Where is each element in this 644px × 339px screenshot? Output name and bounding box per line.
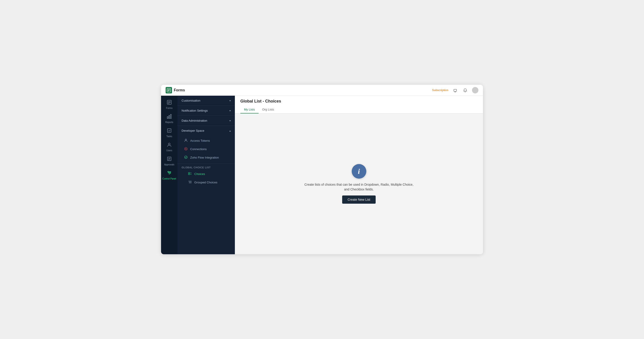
control-panel-icon <box>167 170 172 176</box>
sidebar-item-access-tokens[interactable]: Access Tokens <box>178 136 235 145</box>
users-icon <box>167 142 172 148</box>
subscription-link[interactable]: Subscription <box>432 88 448 92</box>
developer-space-section: Developer Space ▴ Access Tokens <box>178 126 235 164</box>
create-new-list-button[interactable]: Create New List <box>342 196 376 204</box>
notification-settings-header[interactable]: Notification Settings ▾ <box>178 106 235 116</box>
notification-settings-section: Notification Settings ▾ <box>178 106 235 116</box>
info-icon <box>352 164 366 178</box>
tasks-icon <box>167 128 172 134</box>
data-administration-section: Data Administration ▾ <box>178 116 235 126</box>
global-choice-list-section: Global Choice List Choices <box>178 164 235 188</box>
page-title: Global List - Choices <box>240 99 478 104</box>
nav-approvals[interactable]: Approvals <box>161 154 178 168</box>
svg-rect-12 <box>169 116 170 118</box>
access-tokens-label: Access Tokens <box>190 139 210 142</box>
choices-icon <box>188 172 192 176</box>
app-logo <box>166 87 172 94</box>
tabs: My Lists Org Lists <box>240 106 478 113</box>
svg-rect-30 <box>188 174 190 175</box>
sidebar: Customisation ▾ Notification Settings ▾ … <box>178 96 235 254</box>
forms-icon <box>167 100 172 106</box>
data-administration-chevron: ▾ <box>230 119 231 122</box>
connections-icon <box>184 147 188 151</box>
tab-my-lists[interactable]: My Lists <box>240 106 258 114</box>
svg-rect-14 <box>168 129 171 132</box>
svg-rect-29 <box>188 172 190 173</box>
svg-point-24 <box>170 172 171 174</box>
customisation-header[interactable]: Customisation ▾ <box>178 96 235 106</box>
svg-rect-11 <box>167 117 168 118</box>
forms-nav-label: Forms <box>166 107 172 109</box>
customisation-section: Customisation ▾ <box>178 96 235 106</box>
users-nav-label: Users <box>166 149 172 152</box>
notification-settings-chevron: ▾ <box>230 109 231 112</box>
developer-space-header[interactable]: Developer Space ▴ <box>178 126 235 136</box>
nav-users[interactable]: Users <box>161 140 178 154</box>
sidebar-item-connections[interactable]: Connections <box>178 145 235 153</box>
notification-icon[interactable] <box>462 87 468 94</box>
zoho-flow-label: Zoho Flow Integration <box>190 156 219 159</box>
notification-settings-label: Notification Settings <box>182 109 208 112</box>
nav-control-panel[interactable]: Control Panel <box>161 168 178 182</box>
customisation-label: Customisation <box>182 99 200 102</box>
content-body: Create lists of choices that can be used… <box>235 114 483 254</box>
header-right: Subscription <box>432 87 478 94</box>
content-header: Global List - Choices My Lists Org Lists <box>235 96 483 114</box>
global-choice-list-label: Global Choice List <box>182 166 231 169</box>
grouped-choices-label: Grouped Choices <box>194 181 217 184</box>
developer-space-items: Access Tokens Connections <box>178 136 235 164</box>
empty-state-description: Create lists of choices that can be used… <box>302 182 416 192</box>
zoho-flow-icon <box>184 156 188 160</box>
main-layout: Forms Reports <box>161 96 483 254</box>
connections-label: Connections <box>190 148 206 151</box>
nav-reports[interactable]: Reports <box>161 112 178 126</box>
data-administration-header[interactable]: Data Administration ▾ <box>178 116 235 126</box>
content-area: Global List - Choices My Lists Org Lists… <box>235 96 483 254</box>
nav-tasks[interactable]: Tasks <box>161 126 178 140</box>
data-administration-label: Data Administration <box>182 119 207 122</box>
developer-space-chevron: ▴ <box>230 129 231 132</box>
tasks-nav-label: Tasks <box>166 135 172 138</box>
svg-rect-13 <box>170 114 171 118</box>
approvals-icon <box>167 156 172 162</box>
customisation-chevron: ▾ <box>230 99 231 102</box>
svg-rect-7 <box>167 100 171 104</box>
svg-point-28 <box>184 156 187 158</box>
control-panel-nav-label: Control Panel <box>162 178 176 180</box>
broadcast-icon[interactable] <box>452 87 458 94</box>
svg-point-15 <box>168 143 170 145</box>
header: Forms Subscription <box>161 85 483 96</box>
access-tokens-icon <box>184 138 188 143</box>
reports-icon <box>167 114 172 120</box>
choices-label: Choices <box>194 172 205 176</box>
user-avatar[interactable] <box>472 87 478 94</box>
header-left: Forms <box>166 87 185 94</box>
developer-space-label: Developer Space <box>182 129 204 132</box>
grouped-choices-icon <box>188 180 192 184</box>
approvals-nav-label: Approvals <box>164 163 174 166</box>
svg-rect-4 <box>454 89 456 91</box>
reports-nav-label: Reports <box>165 121 173 124</box>
empty-state: Create lists of choices that can be used… <box>302 164 416 204</box>
sidebar-item-zoho-flow[interactable]: Zoho Flow Integration <box>178 153 235 162</box>
sidebar-item-choices[interactable]: Choices <box>182 170 231 178</box>
icon-nav: Forms Reports <box>161 96 178 254</box>
tab-org-lists[interactable]: Org Lists <box>258 106 278 114</box>
app-container: Forms Subscription <box>161 85 483 254</box>
svg-point-23 <box>168 171 169 172</box>
svg-point-27 <box>186 148 186 149</box>
svg-point-25 <box>185 139 186 140</box>
sidebar-item-grouped-choices[interactable]: Grouped Choices <box>182 178 231 186</box>
nav-forms[interactable]: Forms <box>161 98 178 112</box>
app-title: Forms <box>174 88 185 92</box>
